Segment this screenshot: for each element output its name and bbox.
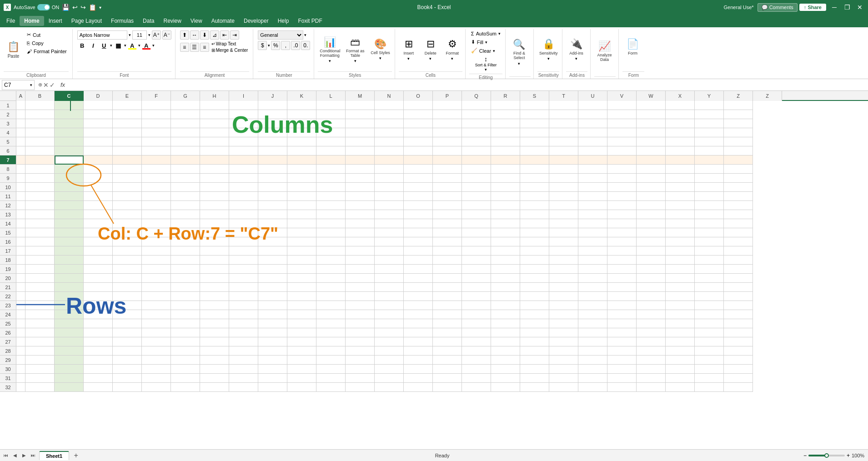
col-header-k[interactable]: K — [287, 91, 316, 101]
cell-i17[interactable] — [229, 246, 258, 256]
cell-x4[interactable] — [666, 128, 695, 137]
cell-l28[interactable] — [316, 346, 346, 356]
cell-j27[interactable] — [258, 337, 287, 346]
cell-d5[interactable] — [84, 137, 113, 146]
cell-q7[interactable] — [462, 155, 491, 165]
cell-i8[interactable] — [229, 165, 258, 174]
cell-a9[interactable] — [16, 174, 25, 183]
cell-a12[interactable] — [16, 201, 25, 210]
cell-e23[interactable] — [113, 301, 142, 310]
cell-j21[interactable] — [258, 283, 287, 292]
cell-f7[interactable] — [142, 155, 171, 165]
cell-i29[interactable] — [229, 356, 258, 365]
cell-z10[interactable] — [724, 183, 753, 192]
cell-p4[interactable] — [433, 128, 462, 137]
cell-d21[interactable] — [84, 283, 113, 292]
cell-w23[interactable] — [637, 301, 666, 310]
cell-r3[interactable] — [491, 119, 520, 128]
cell-t22[interactable] — [549, 292, 578, 301]
cell-r13[interactable] — [491, 210, 520, 219]
cell-s14[interactable] — [520, 219, 549, 228]
cell-p10[interactable] — [433, 183, 462, 192]
cell-r24[interactable] — [491, 310, 520, 319]
cell-e6[interactable] — [113, 146, 142, 155]
cell-g30[interactable] — [171, 365, 200, 374]
cell-y11[interactable] — [695, 192, 724, 201]
cell-j15[interactable] — [258, 228, 287, 237]
cell-y23[interactable] — [695, 301, 724, 310]
cell-x21[interactable] — [666, 283, 695, 292]
cell-j17[interactable] — [258, 246, 287, 256]
cell-a7[interactable] — [16, 155, 25, 165]
cell-n6[interactable] — [375, 146, 404, 155]
currency-dropdown-icon[interactable]: ▾ — [268, 43, 270, 48]
cell-a13[interactable] — [16, 210, 25, 219]
cell-e29[interactable] — [113, 356, 142, 365]
row-num-6[interactable]: 6 — [0, 146, 16, 155]
cell-m21[interactable] — [346, 283, 375, 292]
cell-j32[interactable] — [258, 383, 287, 392]
cell-r6[interactable] — [491, 146, 520, 155]
underline-dropdown-icon[interactable]: ▾ — [110, 43, 112, 48]
cell-x14[interactable] — [666, 219, 695, 228]
cell-w3[interactable] — [637, 119, 666, 128]
col-header-f[interactable]: F — [142, 91, 171, 101]
cell-i6[interactable] — [229, 146, 258, 155]
cell-u5[interactable] — [578, 137, 607, 146]
row-num-23[interactable]: 23 — [0, 301, 16, 310]
cell-s32[interactable] — [520, 383, 549, 392]
cell-f6[interactable] — [142, 146, 171, 155]
cell-y17[interactable] — [695, 246, 724, 256]
cell-d27[interactable] — [84, 337, 113, 346]
cell-a18[interactable] — [16, 256, 25, 265]
merge-center-button[interactable]: ⊞ Merge & Center — [210, 47, 250, 53]
cell-x12[interactable] — [666, 201, 695, 210]
cell-q4[interactable] — [462, 128, 491, 137]
cell-i1[interactable] — [229, 101, 258, 110]
cell-h13[interactable] — [200, 210, 229, 219]
cell-l25[interactable] — [316, 319, 346, 328]
cell-t23[interactable] — [549, 301, 578, 310]
cell-n21[interactable] — [375, 283, 404, 292]
cell-t25[interactable] — [549, 319, 578, 328]
cell-s13[interactable] — [520, 210, 549, 219]
cell-j26[interactable] — [258, 328, 287, 337]
cell-g16[interactable] — [171, 237, 200, 246]
cell-w9[interactable] — [637, 174, 666, 183]
cell-l8[interactable] — [316, 165, 346, 174]
delete-dropdown[interactable]: ▾ — [429, 56, 431, 61]
cell-c3[interactable] — [55, 119, 84, 128]
cell-j16[interactable] — [258, 237, 287, 246]
cell-g31[interactable] — [171, 374, 200, 383]
cell-a30[interactable] — [16, 365, 25, 374]
cell-e28[interactable] — [113, 346, 142, 356]
cell-i9[interactable] — [229, 174, 258, 183]
cell-u9[interactable] — [578, 174, 607, 183]
cell-q32[interactable] — [462, 383, 491, 392]
cell-y10[interactable] — [695, 183, 724, 192]
cell-f14[interactable] — [142, 219, 171, 228]
col-header-aa[interactable]: Z — [753, 91, 782, 101]
row-num-2[interactable]: 2 — [0, 110, 16, 119]
sort-filter-dropdown[interactable]: ▾ — [485, 67, 487, 72]
cell-q14[interactable] — [462, 219, 491, 228]
cell-c21[interactable] — [55, 283, 84, 292]
cell-o7[interactable] — [404, 155, 433, 165]
formula-input[interactable] — [69, 80, 866, 90]
cell-p7[interactable] — [433, 155, 462, 165]
cell-l9[interactable] — [316, 174, 346, 183]
cell-n13[interactable] — [375, 210, 404, 219]
cell-s2[interactable] — [520, 110, 549, 119]
cell-w20[interactable] — [637, 274, 666, 283]
cell-z7[interactable] — [724, 155, 753, 165]
cell-f24[interactable] — [142, 310, 171, 319]
zoom-handle[interactable] — [824, 453, 829, 458]
cell-g6[interactable] — [171, 146, 200, 155]
number-format-select[interactable]: General Number Currency Date — [258, 30, 303, 40]
cell-n10[interactable] — [375, 183, 404, 192]
cell-l21[interactable] — [316, 283, 346, 292]
cell-m6[interactable] — [346, 146, 375, 155]
cell-x24[interactable] — [666, 310, 695, 319]
cell-t8[interactable] — [549, 165, 578, 174]
cell-e25[interactable] — [113, 319, 142, 328]
